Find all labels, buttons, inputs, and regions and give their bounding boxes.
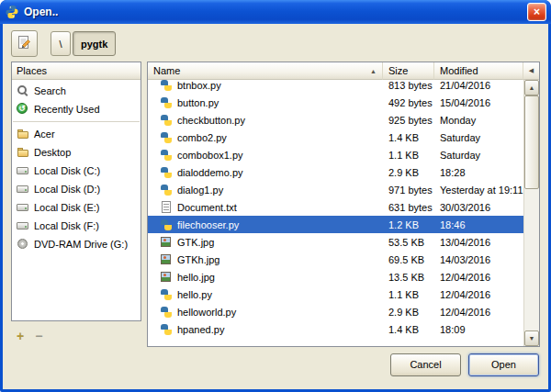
plus-icon: + (17, 329, 24, 343)
py-icon (160, 323, 173, 336)
folder-icon (17, 146, 29, 159)
type-filename-button[interactable] (11, 30, 38, 57)
file-row[interactable]: combobox1.py 1.1 KB Saturday (148, 146, 523, 163)
column-headers: Name ▲ Size Modified ◀ (148, 62, 539, 80)
place-item[interactable]: Acer (12, 125, 141, 143)
titlebar[interactable]: Open.. × (0, 0, 551, 24)
close-icon: × (534, 6, 540, 17)
file-name: dialoddemo.py (177, 167, 243, 178)
jpg-icon (160, 236, 173, 249)
place-label: Acer (34, 129, 55, 140)
disk-icon (17, 219, 29, 232)
column-header-name[interactable]: Name ▲ (148, 62, 383, 80)
disk-icon (17, 201, 29, 214)
file-size: 13.5 KB (383, 272, 434, 283)
file-name: combo2.py (177, 132, 227, 143)
python-app-icon (5, 5, 19, 19)
places-panel: Places Search Recently Used Acer Desktop… (11, 62, 141, 347)
file-name: button.py (177, 97, 219, 108)
remove-place-button[interactable]: − (35, 330, 42, 342)
places-list: Search Recently Used Acer Desktop Local … (12, 80, 141, 320)
file-row[interactable]: hello.jpg 13.5 KB 12/04/2016 (148, 268, 523, 286)
vertical-scrollbar[interactable]: ▲ ▼ (523, 80, 539, 346)
up-arrow-icon: ▲ (529, 84, 535, 91)
file-row[interactable]: Document.txt 631 bytes 30/03/2016 (148, 198, 523, 216)
file-size: 1.1 KB (383, 289, 434, 300)
dialog-footer: Cancel Open (3, 347, 548, 389)
file-row[interactable]: helloworld.py 2.9 KB 12/04/2016 (148, 303, 523, 320)
file-row[interactable]: hpaned.py 1.4 KB 18:09 (148, 320, 523, 338)
py-icon (160, 80, 173, 92)
toolbar: \ pygtk (3, 24, 548, 62)
file-modified: 18:09 (434, 324, 523, 335)
file-row[interactable]: checkbutton.py 925 bytes Monday (148, 111, 523, 129)
path-root-button[interactable]: \ (51, 31, 71, 56)
file-modified: Yesterday at 19:11 (434, 185, 523, 196)
places-actions: + − (11, 321, 141, 347)
place-item[interactable]: Local Disk (F:) (12, 217, 141, 235)
file-name: checkbutton.py (177, 115, 245, 126)
file-row[interactable]: GTKh.jpg 69.5 KB 14/03/2016 (148, 251, 523, 268)
scroll-up-button[interactable]: ▲ (524, 80, 539, 95)
file-modified: 15/04/2016 (434, 97, 523, 108)
file-row[interactable]: dialoddemo.py 2.9 KB 18:28 (148, 163, 523, 181)
file-row[interactable]: combo2.py 1.4 KB Saturday (148, 129, 523, 146)
file-row[interactable]: dialog1.py 971 bytes Yesterday at 19:11 (148, 181, 523, 198)
file-size: 492 bytes (383, 97, 434, 108)
scrollbar-thumb[interactable] (524, 95, 539, 189)
place-item[interactable]: Local Disk (E:) (12, 198, 141, 217)
place-item[interactable]: Desktop (12, 143, 141, 162)
txt-icon (160, 201, 173, 214)
column-scroll-left-button[interactable]: ◀ (523, 62, 539, 80)
file-modified: 12/04/2016 (434, 289, 523, 300)
file-row[interactable]: btnbox.py 813 bytes 21/04/2016 (148, 80, 523, 94)
file-row[interactable]: hello.py 1.1 KB 12/04/2016 (148, 286, 523, 303)
place-item[interactable]: Local Disk (C:) (12, 162, 141, 180)
place-label: DVD-RAM Drive (G:) (34, 239, 128, 250)
file-size: 1.4 KB (383, 132, 434, 143)
file-name: Document.txt (177, 202, 237, 213)
scroll-down-button[interactable]: ▼ (524, 330, 539, 346)
add-place-button[interactable]: + (17, 330, 24, 342)
close-button[interactable]: × (527, 3, 546, 21)
file-name: hello.py (177, 289, 212, 300)
py-icon (160, 166, 173, 179)
places-separator (13, 121, 140, 122)
places-header[interactable]: Places (12, 62, 141, 80)
place-item[interactable]: Recently Used (12, 100, 141, 118)
py-icon (160, 306, 173, 319)
search-icon (17, 84, 29, 97)
file-modified: 14/03/2016 (434, 254, 523, 265)
file-row[interactable]: GTK.jpg 53.5 KB 13/04/2016 (148, 233, 523, 251)
file-size: 2.9 KB (383, 307, 434, 318)
left-arrow-icon: ◀ (529, 67, 534, 74)
place-item[interactable]: Local Disk (D:) (12, 180, 141, 198)
place-item[interactable]: Search (12, 82, 141, 100)
open-button[interactable]: Open (468, 353, 539, 376)
file-size: 1.4 KB (383, 324, 434, 335)
jpg-icon (160, 253, 173, 266)
name-column-label: Name (153, 65, 180, 76)
file-size: 631 bytes (383, 202, 434, 213)
file-size: 2.9 KB (383, 167, 434, 178)
column-header-size[interactable]: Size (383, 62, 434, 80)
file-modified: 18:46 (434, 219, 523, 230)
py-icon (160, 288, 173, 301)
places-header-label: Places (17, 65, 47, 76)
cancel-button[interactable]: Cancel (390, 353, 461, 376)
file-row[interactable]: filechooser.py 1.2 KB 18:46 (148, 216, 523, 233)
dvd-icon (17, 238, 29, 251)
file-size: 971 bytes (383, 185, 434, 196)
file-name: filechooser.py (177, 219, 239, 230)
file-name: GTK.jpg (177, 237, 214, 248)
disk-icon (17, 183, 29, 196)
file-row[interactable]: button.py 492 bytes 15/04/2016 (148, 94, 523, 111)
file-list-panel: Name ▲ Size Modified ◀ btnbox.py (147, 62, 540, 347)
file-name: combobox1.py (177, 150, 243, 161)
path-current-folder-button[interactable]: pygtk (73, 31, 116, 56)
file-name: GTKh.jpg (177, 254, 219, 265)
file-size: 69.5 KB (383, 254, 434, 265)
file-modified: 13/04/2016 (434, 237, 523, 248)
place-item[interactable]: DVD-RAM Drive (G:) (12, 235, 141, 253)
column-header-modified[interactable]: Modified (434, 62, 523, 80)
